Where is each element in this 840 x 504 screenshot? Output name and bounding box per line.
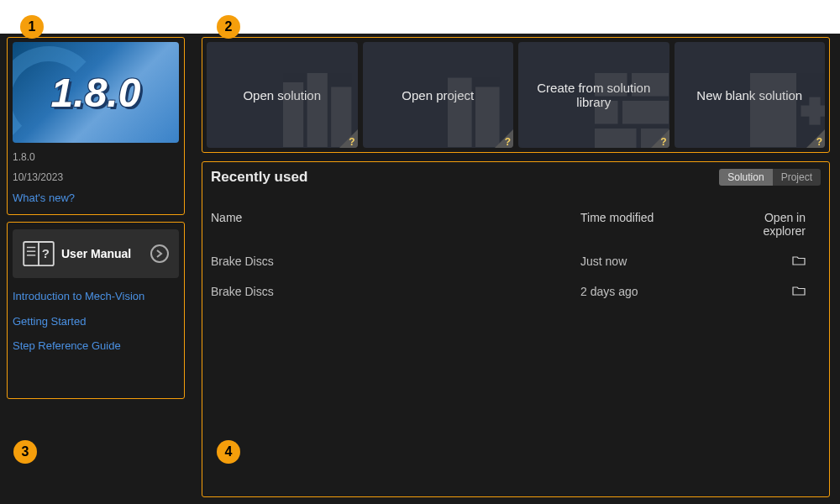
row-name: Brake Discs (211, 255, 580, 268)
row-time: 2 days ago (580, 285, 723, 298)
open-solution-card[interactable]: Open solution ? (207, 42, 358, 148)
svg-rect-17 (750, 73, 796, 147)
version-number: 1.8.0 (13, 151, 179, 163)
manual-link-step-ref[interactable]: Step Reference Guide (13, 339, 179, 353)
svg-rect-19 (809, 97, 820, 125)
user-manual-panel: ? User Manual Introduction to Mech-Visio… (7, 222, 185, 399)
recent-table: Name Time modified Open in explorer Brak… (211, 202, 821, 307)
action-cards-row: Open solution ? Open project ? Create fr… (202, 37, 830, 153)
sidebar: 1.8.0 1.8.0 10/13/2023 What's new? ? Use… (0, 34, 192, 504)
row-open-in-explorer[interactable] (723, 255, 821, 268)
folder-icon (792, 286, 806, 296)
user-manual-title: User Manual (61, 247, 144, 260)
annotation-badge-2: 2 (217, 15, 240, 39)
svg-rect-14 (622, 101, 669, 124)
annotation-badge-3: 3 (13, 440, 37, 464)
recently-used-panel: Recently used Solution Project Name Time… (202, 161, 830, 497)
row-open-in-explorer[interactable] (723, 285, 821, 298)
book-icon: ? (23, 241, 55, 266)
new-blank-solution-card[interactable]: New blank solution ? (675, 42, 826, 148)
svg-rect-13 (595, 101, 618, 124)
recently-used-title: Recently used (211, 169, 307, 186)
help-q-icon: ? (816, 136, 822, 148)
annotation-badge-1: 1 (20, 15, 44, 39)
col-header-name: Name (211, 211, 580, 238)
tab-project[interactable]: Project (773, 169, 821, 186)
create-from-library-card[interactable]: Create from solution library ? (518, 42, 669, 148)
topbar (0, 0, 840, 34)
tab-solution[interactable]: Solution (719, 169, 772, 186)
version-info-panel: 1.8.0 1.8.0 10/13/2023 What's new? (7, 37, 185, 215)
row-name: Brake Discs (211, 285, 580, 298)
help-q-icon: ? (349, 136, 354, 148)
help-q-icon: ? (505, 136, 511, 148)
table-row[interactable]: Brake Discs Just now (211, 246, 821, 276)
annotation-badge-4: 4 (217, 440, 240, 464)
svg-rect-9 (448, 78, 472, 148)
whats-new-link[interactable]: What's new? (13, 192, 179, 204)
open-project-card[interactable]: Open project ? (363, 42, 514, 148)
col-header-open: Open in explorer (723, 211, 821, 238)
svg-rect-7 (307, 73, 327, 147)
user-manual-card[interactable]: ? User Manual (13, 229, 179, 278)
manual-link-intro[interactable]: Introduction to Mech-Vision (13, 290, 179, 303)
row-time: Just now (580, 255, 723, 268)
help-q-icon: ? (660, 136, 666, 148)
svg-rect-6 (283, 82, 303, 147)
version-banner: 1.8.0 (13, 42, 179, 143)
chevron-right-icon (150, 244, 169, 263)
table-row[interactable]: Brake Discs 2 days ago (211, 276, 821, 307)
col-header-time: Time modified (580, 211, 723, 238)
recent-tab-group: Solution Project (719, 169, 821, 186)
svg-text:?: ? (42, 246, 50, 260)
svg-rect-15 (595, 129, 637, 148)
table-header: Name Time modified Open in explorer (211, 202, 821, 246)
version-date: 10/13/2023 (13, 171, 179, 183)
folder-icon (792, 255, 806, 265)
manual-link-getting-started[interactable]: Getting Started (13, 315, 179, 328)
svg-rect-12 (632, 73, 669, 97)
svg-rect-11 (595, 73, 627, 97)
main-area: Open solution ? Open project ? Create fr… (192, 34, 840, 504)
version-banner-text: 1.8.0 (51, 70, 141, 116)
